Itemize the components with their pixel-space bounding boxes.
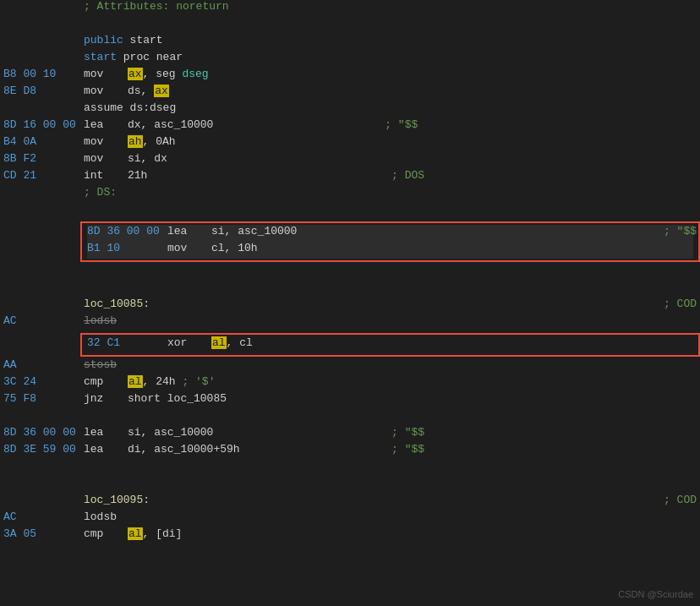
addr: 8B F2	[3, 152, 84, 165]
reg-highlight: al	[211, 336, 227, 349]
code-view: ; Attributes: noreturnpublic startstart …	[0, 0, 700, 606]
mnemonic: cmp	[84, 527, 128, 540]
comment-inline: ; "$$	[385, 118, 418, 131]
code-line: 8D 36 00 00leasi, asc_10000	[87, 225, 693, 242]
comment-inline: ; "$$	[391, 443, 424, 456]
code-line: 8B F2movsi, dx	[0, 152, 700, 169]
strikethrough: lodsb	[84, 314, 117, 327]
mnemonic: xor	[167, 336, 211, 349]
code-line: ; Attributes: noreturn	[0, 0, 700, 17]
addr: 8D 16 00 00	[3, 118, 84, 131]
addr: 32 C1	[87, 336, 167, 349]
reg-highlight: al	[128, 527, 143, 540]
addr: 3A 05	[3, 527, 84, 540]
cod-comment-2: ; COD	[664, 494, 697, 506]
addr: B1 10	[87, 242, 167, 254]
empty-line	[0, 17, 700, 34]
code-line: CD 21int21h ; DOS	[0, 169, 700, 186]
code-line: AClodsb	[0, 510, 700, 527]
red-box-1: 8D 36 00 00leasi, asc_10000B1 10movcl, 1…	[80, 221, 700, 262]
strikethrough: stosb	[84, 358, 117, 371]
code-line: 3A 05cmpal, [di]	[0, 527, 700, 544]
empty-line	[0, 203, 700, 220]
code-line: loc_10095:	[0, 494, 700, 510]
code-line: start proc near	[0, 51, 700, 68]
box1-comment: ; "$$	[664, 225, 697, 237]
mnemonic: jnz	[84, 392, 128, 405]
red-box-2: 32 C1xoral, cl	[80, 333, 700, 357]
code-line: ; DS:	[0, 186, 700, 203]
code-line: public start	[0, 34, 700, 51]
mnemonic: int	[84, 169, 128, 182]
code-line: loc_10085:	[0, 298, 700, 314]
cod-comment: ; COD	[664, 298, 697, 310]
addr: AC	[3, 510, 84, 523]
addr: 8D 36 00 00	[3, 426, 84, 439]
addr: AA	[3, 358, 84, 371]
empty-line	[0, 460, 700, 477]
comment-inline: ; Attributes: noreturn	[84, 0, 229, 13]
comment-inline: ; DOS	[391, 169, 424, 182]
empty-line	[0, 477, 700, 494]
mnemonic: lea	[84, 118, 128, 131]
addr: 75 F8	[3, 392, 84, 405]
mnemonic: lea	[167, 225, 211, 237]
keyword-green: dseg	[182, 68, 208, 80]
reg-highlight: ah	[128, 135, 143, 148]
addr: 8D 3E 59 00	[3, 443, 84, 456]
mnemonic: mov	[84, 152, 128, 165]
keyword: public	[84, 34, 123, 46]
addr: CD 21	[3, 169, 84, 182]
code-line: AAstosb	[0, 358, 700, 375]
code-line: 75 F8jnzshort loc_10085	[0, 392, 700, 409]
mnemonic: lea	[84, 443, 128, 456]
comment-inline: ; '$'	[182, 375, 215, 388]
empty-line	[0, 281, 700, 298]
label: loc_10095:	[84, 494, 150, 506]
comment-inline: ; "$$	[391, 426, 424, 439]
code-line: AClodsb	[0, 314, 700, 331]
empty-line	[0, 264, 700, 281]
comment-inline: ; DS:	[84, 186, 117, 199]
reg-highlight: ax	[128, 68, 143, 80]
code-line: 8D 3E 59 00leadi, asc_10000+59h ; "$$	[0, 443, 700, 460]
watermark: CSDN @Sciurdae	[618, 589, 693, 599]
addr: 3C 24	[3, 375, 84, 388]
label: loc_10085:	[84, 298, 150, 310]
code-line: 3C 24cmpal, 24h ; '$'	[0, 375, 700, 392]
code-line: 32 C1xoral, cl	[87, 336, 693, 353]
addr: 8D 36 00 00	[87, 225, 167, 237]
addr: AC	[3, 314, 84, 327]
addr: B4 0A	[3, 135, 84, 148]
mnemonic: mov	[167, 242, 211, 254]
label-wrapper: loc_10085:; COD	[0, 298, 700, 314]
mnemonic: mov	[84, 85, 128, 97]
mnemonic: mov	[84, 68, 128, 80]
code-line: B8 00 10movax, seg dseg	[0, 68, 700, 85]
code-line: B4 0Amovah, 0Ah	[0, 135, 700, 152]
addr: B8 00 10	[3, 68, 84, 80]
code-line: 8D 36 00 00leasi, asc_10000 ; "$$	[0, 426, 700, 443]
reg-highlight: al	[128, 375, 143, 388]
code-line: 8D 16 00 00leadx, asc_10000 ; "$$	[0, 118, 700, 135]
mnemonic: mov	[84, 135, 128, 148]
mnemonic: cmp	[84, 375, 128, 388]
mnemonic: lodsb	[84, 510, 128, 523]
keyword: start	[84, 51, 117, 63]
addr: 8E D8	[3, 85, 84, 97]
label2-wrapper: loc_10095:; COD	[0, 494, 700, 510]
mnemonic: lea	[84, 426, 128, 439]
code-line: B1 10movcl, 10h	[87, 242, 693, 259]
code-line: 8E D8movds, ax	[0, 85, 700, 101]
box1-wrapper: 8D 36 00 00leasi, asc_10000B1 10movcl, 1…	[0, 221, 700, 262]
code-line: assume ds:dseg	[0, 101, 700, 118]
reg-highlight: ax	[154, 85, 169, 97]
empty-line	[0, 409, 700, 426]
